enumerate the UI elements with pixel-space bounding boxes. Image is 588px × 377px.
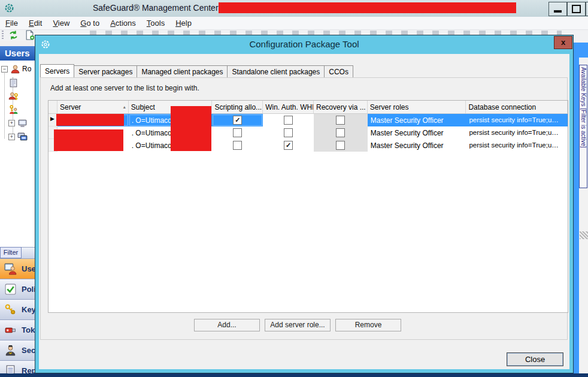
sidebar-item-label: Sec: [22, 346, 35, 355]
win-auth-whd-cell[interactable]: [263, 126, 314, 139]
database-connection-cell[interactable]: persist security info=True;u…: [466, 126, 568, 139]
tree-item[interactable]: +: [8, 131, 29, 143]
tab-ccos[interactable]: CCOs: [324, 65, 353, 77]
tab-server-packages[interactable]: Server packages: [74, 65, 137, 77]
right-splitter[interactable]: [574, 58, 579, 373]
remove-button[interactable]: Remove: [335, 319, 401, 331]
expand-icon[interactable]: +: [8, 134, 15, 140]
redaction-subject: [171, 106, 211, 151]
window-title: SafeGuard® Management Center -: [93, 3, 223, 13]
safeguard-management-center-window: SafeGuard® Management Center - FileEditV…: [0, 0, 588, 377]
win-auth-whd-cell[interactable]: [263, 139, 314, 152]
tree-item[interactable]: +: [8, 117, 29, 129]
column-header-recovery-via-[interactable]: Recovery via ...: [314, 101, 368, 113]
policies-icon: [4, 283, 17, 295]
configuration-package-tool-dialog: Configuration Package Tool x ServersServ…: [35, 35, 574, 373]
safeguard-logo-icon: [4, 3, 14, 13]
tree-connector: [4, 70, 5, 138]
minimize-icon: [554, 10, 562, 13]
recovery-via-cell[interactable]: [314, 139, 368, 152]
collapse-icon[interactable]: −: [1, 66, 8, 73]
dialog-close-button[interactable]: x: [554, 36, 572, 49]
menu-tools[interactable]: Tools: [141, 17, 170, 29]
computer-icon: [17, 118, 28, 128]
tree-item[interactable]: [8, 103, 20, 115]
tree-item[interactable]: [8, 90, 20, 102]
maximize-button[interactable]: [567, 2, 586, 16]
sort-ascending-icon: ▴: [123, 104, 126, 110]
win-auth-whd-checkbox[interactable]: [284, 128, 293, 137]
expand-icon[interactable]: +: [8, 120, 15, 126]
database-connection-cell[interactable]: persist security info=True;u…: [466, 139, 568, 152]
server-roles-cell[interactable]: Master Security Officer: [368, 126, 466, 139]
win-auth-whd-cell[interactable]: [263, 114, 314, 126]
server-row-2[interactable]: . O=Utimaco, CMaster Security Officerper…: [49, 126, 568, 139]
scripting-allowed-cell[interactable]: [212, 126, 263, 139]
new-package-icon[interactable]: [25, 30, 35, 40]
menu-view[interactable]: View: [47, 17, 75, 29]
officers-icon: [4, 344, 17, 357]
dialog-tabs: ServersServer packagesManaged client pac…: [40, 64, 353, 77]
redaction-server-row1: [56, 114, 124, 126]
tree-item[interactable]: [8, 77, 20, 89]
scripting-allowed-checkbox[interactable]: [233, 128, 242, 137]
recovery-via-checkbox[interactable]: [336, 116, 345, 125]
tab-managed-client-packages[interactable]: Managed client packages: [137, 65, 228, 77]
hint-text: Add at least one server to the list to b…: [50, 84, 199, 92]
scrollbar-corner: [580, 231, 588, 239]
dialog-border: [569, 54, 573, 373]
menubar: FileEditViewGo toActionsToolsHelp: [0, 17, 588, 30]
database-connection-cell[interactable]: persist security info=True;u…: [466, 114, 568, 126]
close-button-partial[interactable]: [586, 2, 588, 16]
recovery-via-cell[interactable]: [314, 114, 368, 126]
server-roles-cell[interactable]: Master Security Officer: [368, 139, 466, 152]
maximize-icon: [572, 5, 581, 13]
minimize-button[interactable]: [548, 2, 567, 16]
win-auth-whd-checkbox[interactable]: [284, 141, 293, 150]
toolbar-grip: [2, 31, 4, 40]
menu-edit[interactable]: Edit: [23, 17, 47, 29]
add-server-role-button[interactable]: Add server role...: [265, 319, 331, 331]
tab-servers[interactable]: Servers: [40, 64, 74, 77]
column-header-scripting-allo-[interactable]: Scripting allo...: [212, 101, 263, 113]
server-roles-cell[interactable]: Master Security Officer: [368, 114, 466, 126]
menu-help[interactable]: Help: [170, 17, 197, 29]
window-bottom-edge: [0, 373, 588, 377]
column-header-win-auth-whd[interactable]: Win. Auth. WHD: [263, 101, 314, 113]
scripting-allowed-checkbox[interactable]: [233, 141, 242, 150]
tab-standalone-client-packages[interactable]: Standalone client packages: [227, 65, 325, 77]
keys-icon: [4, 303, 17, 316]
filter-tab[interactable]: Filter: [0, 247, 22, 258]
menu-file[interactable]: File: [0, 17, 23, 29]
server-row-3[interactable]: . O=Utimaco, CMaster Security Officerper…: [49, 139, 568, 152]
redaction-title: [219, 2, 516, 13]
close-button[interactable]: Close: [507, 352, 563, 366]
win-auth-whd-checkbox[interactable]: [284, 116, 293, 125]
tree-item-ro[interactable]: −Ro: [1, 63, 31, 75]
user-red-icon: [10, 64, 20, 74]
refresh-icon[interactable]: [8, 30, 19, 40]
column-header-server-roles[interactable]: Server roles: [368, 101, 466, 113]
scripting-allowed-checkbox[interactable]: [233, 116, 242, 125]
recovery-via-checkbox[interactable]: [336, 141, 345, 150]
doc-gray-icon: [8, 78, 19, 88]
sidebar-item-label: Poli: [22, 285, 36, 294]
column-header-database-connection[interactable]: Database connection: [466, 101, 568, 113]
server-row-1[interactable]: ▶. O=Utimaco, CMaster Security Officerpe…: [49, 114, 568, 126]
sidebar-item-label: Use: [22, 264, 36, 273]
available-keys-vertical-tab[interactable]: Available Keys [Filter is active]: [579, 65, 587, 188]
add-button[interactable]: Add...: [194, 319, 260, 331]
menu-go-to[interactable]: Go to: [75, 17, 105, 29]
recovery-via-checkbox[interactable]: [336, 128, 345, 137]
dialog-title: Configuration Package Tool: [35, 39, 573, 49]
scripting-allowed-cell[interactable]: [212, 114, 263, 126]
scripting-allowed-cell[interactable]: [212, 139, 263, 152]
column-header-server[interactable]: Server▴: [57, 101, 129, 113]
user-key-icon: [8, 91, 19, 101]
sidebar-item-label: Key: [22, 305, 36, 314]
recovery-via-cell[interactable]: [314, 126, 368, 139]
dialog-border: [35, 369, 573, 373]
menu-actions[interactable]: Actions: [105, 17, 141, 29]
keys-users-icon: [8, 104, 19, 114]
row-selector-header: [49, 101, 57, 113]
